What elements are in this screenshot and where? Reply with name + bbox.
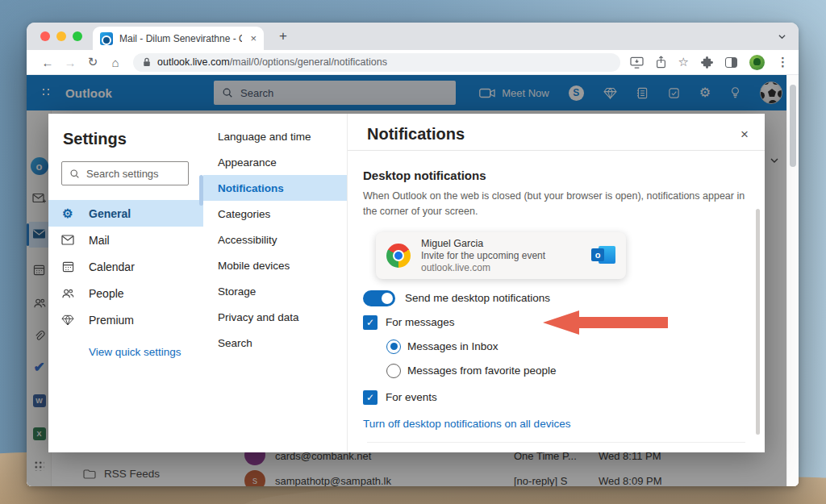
preview-message: Invite for the upcoming event xyxy=(421,250,591,261)
messages-in-inbox-radio[interactable] xyxy=(386,339,401,354)
messages-favorites-label: Messages from favorite people xyxy=(407,364,557,377)
settings-nav-calendar[interactable]: Calendar xyxy=(48,253,203,280)
settings-left-column: Settings ⚙ General Mail xyxy=(48,114,203,452)
notifications-panel: Notifications × Desktop notifications Wh… xyxy=(347,114,765,452)
desktop-wallpaper: Mail - Dilum Senevirathne - Ou × + ← → ↻… xyxy=(0,0,826,504)
panel-scrollbar-thumb[interactable] xyxy=(756,209,760,435)
forward-icon: → xyxy=(59,56,81,69)
nav-label: General xyxy=(89,207,131,220)
settings-nav-mail[interactable]: Mail xyxy=(48,227,203,253)
toolbar-right-icons: ☆ ⋮ xyxy=(630,55,789,70)
preview-sender: Miguel Garcia xyxy=(421,238,591,249)
messages-in-inbox-label: Messages in Inbox xyxy=(407,340,499,352)
turn-off-notifications-link[interactable]: Turn off desktop notifications on all de… xyxy=(363,418,745,430)
messages-favorites-radio[interactable] xyxy=(386,364,401,378)
settings-nav-general[interactable]: ⚙ General xyxy=(48,200,203,227)
browser-profile-avatar[interactable] xyxy=(749,55,765,70)
lock-icon xyxy=(143,57,151,67)
notification-preview-text: Miguel Garcia Invite for the upcoming ev… xyxy=(421,238,591,273)
desktop-notifications-description: When Outlook on the web is closed (but y… xyxy=(363,189,745,220)
panel-title: Notifications xyxy=(367,125,465,144)
extensions-puzzle-icon[interactable] xyxy=(701,56,713,69)
gear-icon: ⚙ xyxy=(61,206,74,221)
search-icon xyxy=(69,169,80,179)
for-events-label: For events xyxy=(386,391,437,403)
panel-bottom-divider xyxy=(367,442,745,443)
annotation-arrow xyxy=(540,310,670,335)
back-icon[interactable]: ← xyxy=(36,56,59,69)
url-text: outlook.live.com/mail/0/options/general/… xyxy=(157,56,387,68)
settings-sections-column: Language and time Appearance Notificatio… xyxy=(203,114,347,452)
install-app-icon[interactable] xyxy=(630,56,644,69)
outlook-logo-icon: o xyxy=(591,244,615,266)
nav-label: People xyxy=(89,287,124,300)
desktop-notifications-heading: Desktop notifications xyxy=(363,169,745,182)
url-path: /mail/0/options/general/notifications xyxy=(230,56,387,68)
browser-toolbar: ← → ↻ ⌂ outlook.live.com/mail/0/options/… xyxy=(27,50,799,75)
tab-title: Mail - Dilum Senevirathne - Ou xyxy=(119,33,242,44)
for-messages-label: For messages xyxy=(386,316,455,328)
macos-window-controls xyxy=(40,31,82,41)
home-icon[interactable]: ⌂ xyxy=(104,56,127,69)
settings-search-box[interactable] xyxy=(61,161,189,185)
share-icon[interactable] xyxy=(656,56,666,69)
nav-label: Calendar xyxy=(89,260,135,273)
section-accessibility[interactable]: Accessibility xyxy=(203,227,347,252)
panel-body: Desktop notifications When Outlook on th… xyxy=(348,151,765,430)
browser-menu-icon[interactable]: ⋮ xyxy=(777,55,789,69)
section-storage[interactable]: Storage xyxy=(203,278,347,304)
for-messages-checkbox[interactable]: ✓ xyxy=(363,315,378,330)
for-events-checkbox[interactable]: ✓ xyxy=(363,390,378,405)
settings-nav-people[interactable]: People xyxy=(48,280,203,306)
new-tab-button[interactable]: + xyxy=(275,28,291,44)
chrome-logo-icon xyxy=(386,244,411,268)
panel-header: Notifications × xyxy=(348,114,765,150)
section-privacy-and-data[interactable]: Privacy and data xyxy=(203,304,347,330)
messages-favorites-row: Messages from favorite people xyxy=(386,364,745,378)
close-icon[interactable]: × xyxy=(740,127,749,143)
address-bar[interactable]: outlook.live.com/mail/0/options/general/… xyxy=(133,53,620,72)
macos-minimize-button[interactable] xyxy=(56,31,66,41)
diamond-icon xyxy=(61,314,74,326)
section-notifications[interactable]: Notifications xyxy=(203,175,347,201)
section-search[interactable]: Search xyxy=(203,330,347,356)
messages-in-inbox-row: Messages in Inbox xyxy=(386,339,745,354)
section-appearance[interactable]: Appearance xyxy=(203,149,347,175)
settings-modal: Settings ⚙ General Mail xyxy=(48,114,765,452)
people-icon xyxy=(61,288,74,299)
for-events-row: ✓ For events xyxy=(363,390,745,405)
calendar-icon xyxy=(61,260,74,273)
toggle-label: Send me desktop notifications xyxy=(405,292,550,304)
notification-preview-card: Miguel Garcia Invite for the upcoming ev… xyxy=(376,232,626,279)
nav-label: Mail xyxy=(89,234,110,247)
envelope-icon xyxy=(61,235,74,245)
tab-search-chevron-icon[interactable] xyxy=(778,33,786,40)
nav-label: Premium xyxy=(89,314,134,327)
side-panel-icon[interactable] xyxy=(725,57,737,68)
outlook-page: Outlook Meet Now S xyxy=(27,75,799,486)
page-scrollbar-thumb[interactable] xyxy=(790,85,796,167)
macos-close-button[interactable] xyxy=(40,31,50,41)
url-host: outlook.live.com xyxy=(157,56,230,68)
macos-zoom-button[interactable] xyxy=(73,31,82,41)
reload-icon[interactable]: ↻ xyxy=(81,55,104,69)
section-language-and-time[interactable]: Language and time xyxy=(203,123,347,149)
preview-site: outlook.live.com xyxy=(421,262,591,273)
desktop-notifications-toggle[interactable] xyxy=(363,290,395,306)
tab-close-icon[interactable]: × xyxy=(250,33,257,44)
section-categories[interactable]: Categories xyxy=(203,201,347,227)
desktop-notifications-toggle-row: Send me desktop notifications xyxy=(363,290,745,306)
settings-nav-premium[interactable]: Premium xyxy=(48,306,203,333)
settings-search-input[interactable] xyxy=(86,168,180,180)
section-mobile-devices[interactable]: Mobile devices xyxy=(203,252,347,278)
tab-strip: Mail - Dilum Senevirathne - Ou × + xyxy=(27,23,799,50)
browser-window: Mail - Dilum Senevirathne - Ou × + ← → ↻… xyxy=(27,23,799,486)
bookmark-star-icon[interactable]: ☆ xyxy=(678,55,689,69)
settings-title: Settings xyxy=(63,130,203,148)
view-quick-settings-link[interactable]: View quick settings xyxy=(89,346,203,358)
browser-tab[interactable]: Mail - Dilum Senevirathne - Ou × xyxy=(93,27,264,50)
outlook-favicon-icon xyxy=(100,32,113,45)
page-scrollbar[interactable] xyxy=(786,75,799,486)
left-column-scrollbar-thumb[interactable] xyxy=(199,175,203,206)
